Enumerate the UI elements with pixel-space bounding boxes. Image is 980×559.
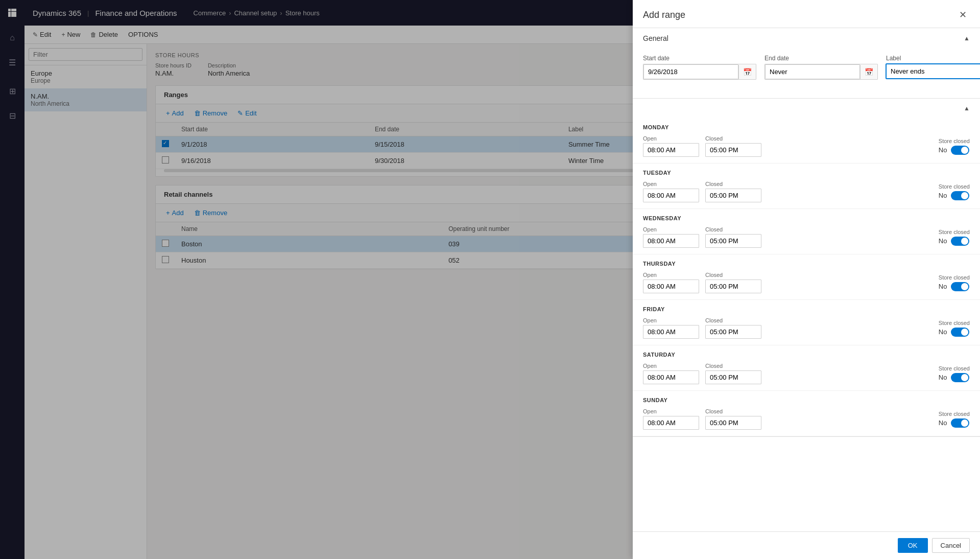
friday-open-field: Open xyxy=(643,317,699,339)
friday-store-closed-group: Store closed No xyxy=(939,320,970,337)
friday-closed-input[interactable] xyxy=(705,325,761,339)
friday-open-input[interactable] xyxy=(643,325,699,339)
wednesday-open-input[interactable] xyxy=(643,234,699,248)
day-section-thursday: THURSDAY Open Closed Store closed No xyxy=(633,254,980,300)
panel-body: General ▲ Start date 📅 End date xyxy=(633,28,980,531)
wednesday-open-field: Open xyxy=(643,226,699,248)
monday-toggle[interactable] xyxy=(951,146,969,155)
start-date-input-wrapper: 📅 xyxy=(643,64,756,80)
date-row: Start date 📅 End date 📅 xyxy=(643,55,970,80)
monday-fields: Open Closed Store closed No xyxy=(643,135,970,157)
friday-toggle[interactable] xyxy=(951,328,969,337)
tuesday-closed-field: Closed xyxy=(705,181,761,202)
panel-header: Add range ✕ xyxy=(633,0,980,28)
monday-store-closed-label: No xyxy=(939,146,947,154)
wednesday-fields: Open Closed Store closed No xyxy=(643,226,970,248)
wednesday-store-closed-label: No xyxy=(939,237,947,245)
saturday-open-input[interactable] xyxy=(643,370,699,384)
monday-open-field: Open xyxy=(643,135,699,157)
days-section: ▲ MONDAY Open Closed Store closed No TUE… xyxy=(633,99,980,437)
tuesday-toggle[interactable] xyxy=(951,191,969,200)
wednesday-toggle[interactable] xyxy=(951,237,969,246)
saturday-closed-field: Closed xyxy=(705,363,761,384)
saturday-closed-input[interactable] xyxy=(705,370,761,384)
day-section-tuesday: TUESDAY Open Closed Store closed No xyxy=(633,164,980,209)
friday-store-closed-label: No xyxy=(939,328,947,336)
collapse-icon: ▲ xyxy=(964,35,970,42)
sunday-fields: Open Closed Store closed No xyxy=(643,408,970,430)
day-section-saturday: SATURDAY Open Closed Store closed No xyxy=(633,345,980,391)
sunday-store-closed-label: No xyxy=(939,419,947,427)
friday-closed-field: Closed xyxy=(705,317,761,339)
thursday-toggle[interactable] xyxy=(951,282,969,291)
end-date-calendar-icon[interactable]: 📅 xyxy=(860,65,877,79)
thursday-closed-field: Closed xyxy=(705,272,761,293)
label-field: Label xyxy=(886,55,980,80)
wednesday-closed-input[interactable] xyxy=(705,234,761,248)
thursday-open-input[interactable] xyxy=(643,280,699,293)
end-date-input[interactable] xyxy=(765,64,860,79)
thursday-store-closed-label: No xyxy=(939,283,947,290)
day-section-monday: MONDAY Open Closed Store closed No xyxy=(633,118,980,164)
label-input[interactable] xyxy=(886,64,980,79)
ok-button[interactable]: OK xyxy=(898,538,928,553)
monday-closed-field: Closed xyxy=(705,135,761,157)
days-container: MONDAY Open Closed Store closed No TUESD… xyxy=(633,118,980,436)
panel-close-button[interactable]: ✕ xyxy=(956,8,970,21)
sunday-label: SUNDAY xyxy=(643,397,970,403)
start-date-field: Start date 📅 xyxy=(643,55,756,80)
saturday-label: SATURDAY xyxy=(643,352,970,358)
end-date-field: End date 📅 xyxy=(764,55,878,80)
general-section-body: Start date 📅 End date 📅 xyxy=(633,49,980,98)
tuesday-label: TUESDAY xyxy=(643,170,970,176)
saturday-toggle[interactable] xyxy=(951,373,969,382)
day-section-sunday: SUNDAY Open Closed Store closed No xyxy=(633,391,980,436)
monday-label: MONDAY xyxy=(643,124,970,130)
saturday-store-closed-label: No xyxy=(939,374,947,381)
start-date-input[interactable] xyxy=(643,64,738,79)
sunday-open-field: Open xyxy=(643,408,699,430)
wednesday-closed-field: Closed xyxy=(705,226,761,248)
start-date-calendar-icon[interactable]: 📅 xyxy=(738,65,756,79)
sunday-open-input[interactable] xyxy=(643,416,699,430)
thursday-fields: Open Closed Store closed No xyxy=(643,272,970,293)
saturday-store-closed-group: Store closed No xyxy=(939,365,970,382)
sunday-store-closed-group: Store closed No xyxy=(939,411,970,428)
wednesday-label: WEDNESDAY xyxy=(643,215,970,221)
tuesday-fields: Open Closed Store closed No xyxy=(643,181,970,202)
sunday-closed-input[interactable] xyxy=(705,416,761,430)
monday-open-input[interactable] xyxy=(643,143,699,157)
day-section-friday: FRIDAY Open Closed Store closed No xyxy=(633,300,980,345)
monday-store-closed-group: Store closed No xyxy=(939,138,970,155)
tuesday-open-input[interactable] xyxy=(643,189,699,202)
general-section: General ▲ Start date 📅 End date xyxy=(633,28,980,99)
day-section-wednesday: WEDNESDAY Open Closed Store closed No xyxy=(633,209,980,254)
wednesday-store-closed-group: Store closed No xyxy=(939,229,970,246)
tuesday-open-field: Open xyxy=(643,181,699,202)
thursday-closed-input[interactable] xyxy=(705,280,761,293)
panel-footer: OK Cancel xyxy=(633,531,980,559)
friday-label: FRIDAY xyxy=(643,306,970,312)
panel-title: Add range xyxy=(643,10,685,20)
tuesday-store-closed-label: No xyxy=(939,192,947,199)
end-date-input-wrapper: 📅 xyxy=(764,64,878,80)
saturday-fields: Open Closed Store closed No xyxy=(643,363,970,384)
cancel-button[interactable]: Cancel xyxy=(932,538,970,553)
tuesday-store-closed-group: Store closed No xyxy=(939,183,970,200)
days-section-header[interactable]: ▲ xyxy=(633,99,980,118)
sunday-closed-field: Closed xyxy=(705,408,761,430)
sunday-toggle[interactable] xyxy=(951,418,969,428)
general-section-header[interactable]: General ▲ xyxy=(633,28,980,49)
thursday-label: THURSDAY xyxy=(643,261,970,267)
monday-closed-input[interactable] xyxy=(705,143,761,157)
friday-fields: Open Closed Store closed No xyxy=(643,317,970,339)
add-range-panel: Add range ✕ General ▲ Start date 📅 xyxy=(633,0,980,559)
saturday-open-field: Open xyxy=(643,363,699,384)
thursday-open-field: Open xyxy=(643,272,699,293)
days-collapse-icon: ▲ xyxy=(964,105,970,112)
tuesday-closed-input[interactable] xyxy=(705,189,761,202)
thursday-store-closed-group: Store closed No xyxy=(939,274,970,291)
